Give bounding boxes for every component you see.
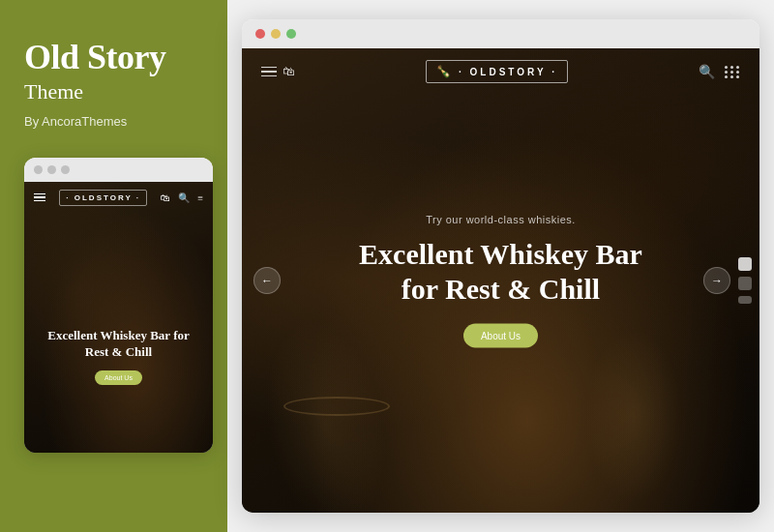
slide-prev-arrow[interactable]: ← [253,267,281,294]
small-preview-card: · OLDSTORY · 🛍 🔍 ≡ Excellent Whiskey Bar… [24,158,213,453]
small-bg-image [24,182,213,453]
right-panel: 🛍 🍾 · OLDSTORY · 🔍 [227,0,774,532]
small-nav: · OLDSTORY · 🛍 🔍 ≡ [24,182,213,214]
dot-yellow [47,165,56,174]
large-titlebar [242,19,759,48]
large-browser-window: 🛍 🍾 · OLDSTORY · 🔍 [242,48,759,513]
small-about-us-button[interactable]: About Us [95,370,142,385]
slide-indicators [738,257,752,304]
small-browser-window: · OLDSTORY · 🛍 🔍 ≡ Excellent Whiskey Bar… [24,182,213,453]
left-panel: Old Story Theme By AncoraThemes · OLDSTO… [0,0,227,532]
small-menu-icon[interactable]: ≡ [197,192,203,203]
small-hero-content: Excellent Whiskey Bar for Rest & Chill A… [24,328,213,385]
large-preview-card: 🛍 🍾 · OLDSTORY · 🔍 [242,19,759,513]
large-nav: 🛍 🍾 · OLDSTORY · 🔍 [242,48,759,95]
dot-red [34,165,43,174]
slide-indicator-1[interactable] [738,257,752,271]
grid-icon[interactable] [725,66,740,78]
large-dot-green [286,29,296,39]
hero-tagline: Try our world-class whiskies. [346,214,656,225]
hero-heading: Excellent Whiskey Bar for Rest & Chill [346,237,656,307]
bottle-icon: 🍾 [436,65,454,78]
large-logo: 🍾 · OLDSTORY · [426,60,568,83]
large-hero-content: Try our world-class whiskies. Excellent … [346,214,656,348]
small-nav-icons: 🛍 🔍 ≡ [161,192,203,203]
large-nav-right-group: 🔍 [699,64,740,80]
theme-title: Old Story [24,39,203,77]
slide-indicator-2[interactable] [738,277,752,290]
small-titlebar [24,158,213,182]
small-search-icon[interactable]: 🔍 [178,192,190,203]
large-nav-left-group: 🛍 [261,64,295,79]
small-hamburger-icon[interactable] [34,193,45,202]
small-hero-heading: Excellent Whiskey Bar for Rest & Chill [36,328,201,361]
small-logo: · OLDSTORY · [59,190,147,206]
search-icon[interactable]: 🔍 [699,64,715,80]
small-cart-icon[interactable]: 🛍 [161,192,170,203]
slide-indicator-3[interactable] [738,296,752,304]
glass-decoration-2 [585,329,682,503]
theme-subtitle: Theme [24,79,203,104]
theme-author: By AncoraThemes [24,114,203,129]
large-dot-red [255,29,265,39]
cart-icon[interactable]: 🛍 [283,64,295,79]
large-dot-yellow [271,29,281,39]
dot-green [61,165,70,174]
glass-rim-decoration [283,397,390,416]
hamburger-icon[interactable] [261,67,277,77]
about-us-button[interactable]: About Us [463,324,538,348]
slide-next-arrow[interactable]: → [703,267,730,294]
